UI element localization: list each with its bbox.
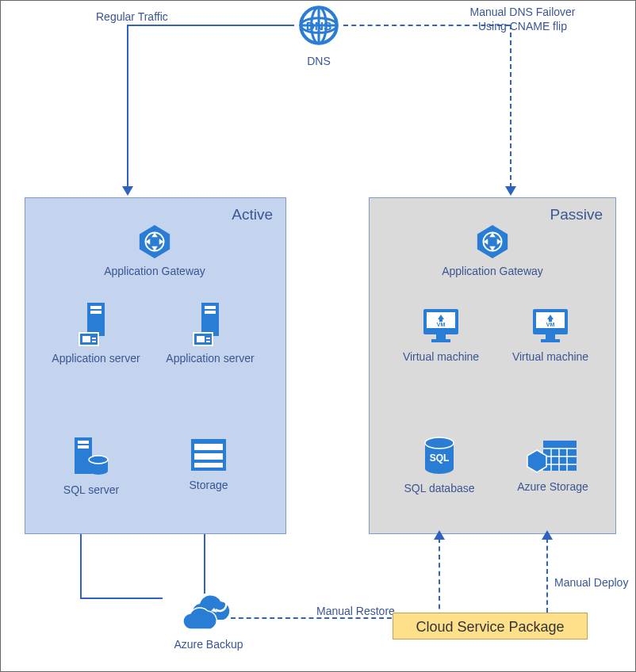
cloud-service-package: Cloud Service Package — [393, 613, 588, 640]
svg-rect-30 — [194, 463, 223, 468]
dns-right-vline — [510, 25, 511, 188]
svg-text:SQL: SQL — [430, 452, 450, 464]
dns-icon: DNS — [294, 1, 343, 50]
svg-rect-10 — [90, 311, 102, 314]
storage-icon — [188, 436, 229, 474]
svg-rect-49 — [543, 441, 577, 449]
cloud-backup-icon — [181, 594, 236, 633]
active-region: Active Application Gateway Application s… — [25, 197, 286, 534]
storage-to-backup-v — [204, 534, 205, 594]
sql-server-icon — [71, 436, 111, 479]
sql-to-backup-h — [80, 598, 163, 599]
dns-left-hline — [127, 25, 294, 26]
svg-text:VM: VM — [437, 322, 446, 327]
app-gateway-icon — [474, 223, 511, 260]
svg-rect-19 — [197, 336, 205, 342]
passive-storage: Azure Storage — [501, 436, 604, 493]
svg-rect-21 — [206, 341, 210, 342]
svg-rect-23 — [78, 441, 89, 444]
arrow-restore — [434, 530, 445, 540]
svg-rect-35 — [436, 334, 446, 339]
svg-text:DNS: DNS — [306, 19, 332, 32]
passive-vm-2-label: Virtual machine — [503, 350, 598, 363]
svg-rect-20 — [206, 338, 210, 339]
svg-rect-28 — [194, 444, 223, 450]
svg-marker-31 — [477, 225, 508, 258]
passive-app-gateway-label: Application Gateway — [433, 265, 552, 277]
backup-to-sql-v — [439, 538, 440, 617]
arrow-to-active — [122, 186, 133, 196]
svg-text:VM: VM — [546, 322, 555, 327]
diagram-canvas: DNS DNS Regular Traffic Manual DNS Failo… — [0, 0, 636, 672]
svg-marker-56 — [527, 450, 546, 472]
passive-sql-db: SQL SQL database — [392, 436, 487, 494]
svg-rect-14 — [92, 341, 96, 342]
azure-backup: Azure Backup — [161, 594, 256, 651]
svg-rect-16 — [205, 306, 216, 309]
vm-icon: VM — [420, 306, 462, 346]
passive-vm-1: VM Virtual machine — [393, 306, 488, 363]
svg-rect-9 — [90, 306, 102, 309]
svg-rect-12 — [82, 336, 90, 342]
active-app-server-2-label: Application server — [159, 352, 262, 365]
passive-title: Passive — [550, 206, 603, 223]
passive-app-gateway: Application Gateway — [433, 223, 552, 277]
active-title: Active — [232, 206, 273, 223]
active-app-server-1: Application server — [44, 301, 148, 365]
svg-rect-24 — [78, 445, 89, 449]
svg-rect-42 — [541, 339, 560, 342]
svg-rect-29 — [194, 453, 223, 460]
passive-vm-1-label: Virtual machine — [393, 350, 488, 363]
svg-rect-36 — [431, 339, 450, 342]
pkg-to-storage-v — [546, 538, 548, 613]
active-app-gateway: Application Gateway — [95, 223, 214, 277]
active-app-server-1-label: Application server — [44, 352, 148, 365]
active-storage-label: Storage — [165, 479, 252, 491]
passive-storage-label: Azure Storage — [501, 480, 604, 493]
sql-db-icon: SQL — [422, 436, 457, 477]
active-storage: Storage — [165, 436, 252, 491]
server-icon — [76, 301, 116, 347]
dns-label: DNS — [294, 55, 343, 67]
server-icon — [190, 301, 230, 347]
active-app-gateway-label: Application Gateway — [95, 265, 214, 277]
dns-left-vline — [127, 25, 128, 188]
active-sql-server: SQL server — [48, 436, 135, 496]
svg-rect-41 — [546, 334, 555, 339]
manual-deploy-label: Manual Deploy — [554, 576, 628, 590]
regular-traffic-label: Regular Traffic — [96, 10, 168, 25]
passive-vm-2: VM Virtual machine — [503, 306, 598, 363]
azure-backup-label: Azure Backup — [161, 638, 256, 651]
passive-sql-db-label: SQL database — [392, 482, 487, 494]
azure-storage-icon — [526, 436, 580, 475]
svg-rect-13 — [92, 338, 96, 339]
passive-region: Passive Application Gateway VM Virtual m… — [369, 197, 616, 534]
arrow-to-passive — [505, 186, 516, 196]
arrow-deploy — [542, 530, 553, 540]
manual-restore-label: Manual Restore — [316, 605, 395, 619]
sql-to-backup-v — [80, 534, 82, 598]
app-gateway-icon — [136, 223, 173, 260]
svg-marker-6 — [140, 225, 170, 258]
active-app-server-2: Application server — [159, 301, 262, 365]
dns-node: DNS DNS — [294, 1, 343, 67]
active-sql-server-label: SQL server — [48, 483, 135, 496]
svg-rect-17 — [205, 311, 216, 314]
vm-icon: VM — [530, 306, 571, 346]
dns-failover-label: Manual DNS Failover Using CNAME flip — [451, 6, 594, 33]
